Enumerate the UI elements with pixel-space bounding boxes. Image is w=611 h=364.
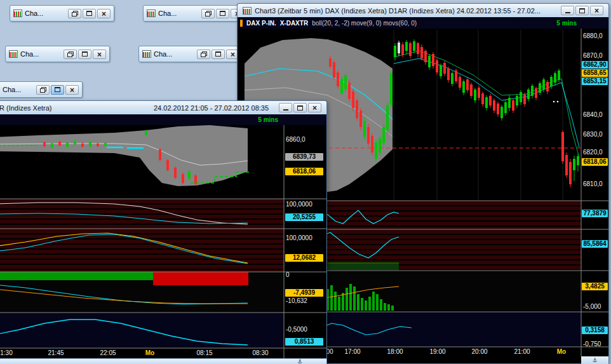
interval-label: 5 mins [556,20,577,27]
titlebar[interactable]: R (Indizes Xetra) 24.02.2012 21:05 - 27.… [0,101,326,114]
restore-button[interactable] [201,9,215,18]
restore-button[interactable] [36,85,50,95]
scale-tick: -0,750 [583,340,601,348]
indicator-value-label: 12,0682 [285,254,323,262]
scale-tick: -0,5000 [286,325,307,334]
close-icon [102,9,106,18]
indicator-value-label: 20,5255 [285,213,323,221]
time-label: Mo [557,347,566,356]
minimized-window[interactable]: Cha... [0,81,83,98]
time-label: 18:00 [387,347,403,356]
scale-tick: 100,0000 [286,200,312,208]
time-label: 08:15 [196,349,212,357]
chart-window-icon [142,50,151,58]
time-label: 08:30 [252,349,268,357]
indicator-value-label: 3,4825 [582,283,608,290]
close-icon [97,50,102,59]
restore-button[interactable] [68,9,81,18]
restore-icon [67,51,74,57]
time-label: 20:00 [471,347,487,356]
maximize-button[interactable] [293,103,307,112]
minimize-icon [283,109,288,111]
interval-label: 5 mins [258,116,278,123]
price-tick: 6830,0 [583,130,603,138]
status-strip [0,358,326,364]
series-label-dax[interactable]: DAX P-IN. [246,20,276,27]
window-controls [279,103,321,112]
window-controls [64,50,106,59]
indicator-price-label: 6858,65 [582,69,608,77]
time-label: Mo [145,349,154,357]
window-title: Cha... [158,10,199,17]
close-button[interactable] [65,85,79,95]
chart-toolbar: DAX P-IN. X-DAXTR boll(20, 2, -2) move(9… [238,17,608,29]
time-label: 21:00 [514,347,530,356]
indicator-value-label: 85,5864 [582,240,608,248]
chart-window-icon [13,10,22,17]
anchor-icon[interactable] [297,359,302,364]
restore-icon [205,11,211,17]
time-label: 22:05 [100,349,116,357]
restore-icon [201,51,207,57]
close-button[interactable] [97,9,111,18]
scale-tick: 0 [286,271,290,279]
indicator-value-label: 77,3879 [582,210,608,217]
restore-icon [72,11,78,17]
time-label: 00 [326,347,333,356]
indicator-params-label[interactable]: boll(20, 2, -2) move(9, 0) movs(60, 0) [312,20,417,27]
minimize-button[interactable] [279,103,292,112]
time-label: 17:00 [344,347,360,356]
minimize-button[interactable] [561,6,574,15]
scale-tick: -5,000 [583,302,601,311]
close-button[interactable] [93,50,106,59]
maximize-icon [215,51,221,57]
date-range-label: 24.02.2012 21:05 - 27.02.2012 08:35 [154,104,276,112]
scale-tick: 100,0000 [286,234,312,242]
restore-button[interactable] [64,50,77,59]
close-icon [231,50,235,59]
series-marker-icon [240,20,243,27]
minimized-window[interactable]: Cha... [10,5,114,22]
close-button[interactable] [308,103,321,112]
restore-icon [40,87,46,93]
maximize-button[interactable] [575,6,589,15]
anchor-icon [592,358,597,363]
minimize-icon [565,12,570,13]
maximize-icon [297,105,303,111]
maximize-button[interactable] [216,9,229,18]
maximize-button[interactable] [211,50,225,59]
price-tick: 6870,0 [583,51,603,60]
indicator-value-label: 0,8513 [285,338,323,346]
chart2-window[interactable]: R (Indizes Xetra) 24.02.2012 21:05 - 27.… [0,100,327,364]
scale-anchor-button[interactable] [581,356,608,364]
maximize-button[interactable] [51,85,64,95]
chart-window-icon [9,50,18,58]
chart-toolbar: 5 mins [0,114,326,125]
maximize-button[interactable] [78,50,91,59]
close-icon [312,103,317,112]
restore-button[interactable] [197,50,210,59]
window-title: Cha... [20,50,61,58]
price-tick: 6860,0 [286,135,306,144]
minimized-window[interactable]: Cha... [143,5,248,22]
scale-tick: -10,632 [286,297,307,305]
chart-window-icon [147,10,156,17]
close-button[interactable] [590,6,603,15]
indicator-value-label: 0,3158 [582,327,608,334]
titlebar[interactable]: Chart3 (Zeitbar 5 min) DAX (Indizes Xetr… [238,4,608,17]
maximize-icon [220,11,225,16]
indicator-price-label: 6839,73 [285,153,323,161]
window-title: Cha... [154,50,194,58]
indicator-price-label: 6862,90 [582,61,608,69]
window-title: Cha... [3,86,34,93]
maximize-button[interactable] [83,9,96,18]
maximize-icon [579,8,585,13]
window-title: Cha... [25,10,65,17]
minimized-window[interactable]: Cha... [5,46,110,62]
maximize-icon [82,51,88,57]
minimized-window[interactable]: Cha... [138,46,243,62]
price-tick: 6840,0 [583,111,603,119]
last-price-label: 6818,06 [285,168,323,175]
chart-area[interactable]: 6860,06839,736818,06100,000020,5255100,0… [0,125,326,364]
series-label-xdaxtr[interactable]: X-DAXTR [280,20,308,27]
